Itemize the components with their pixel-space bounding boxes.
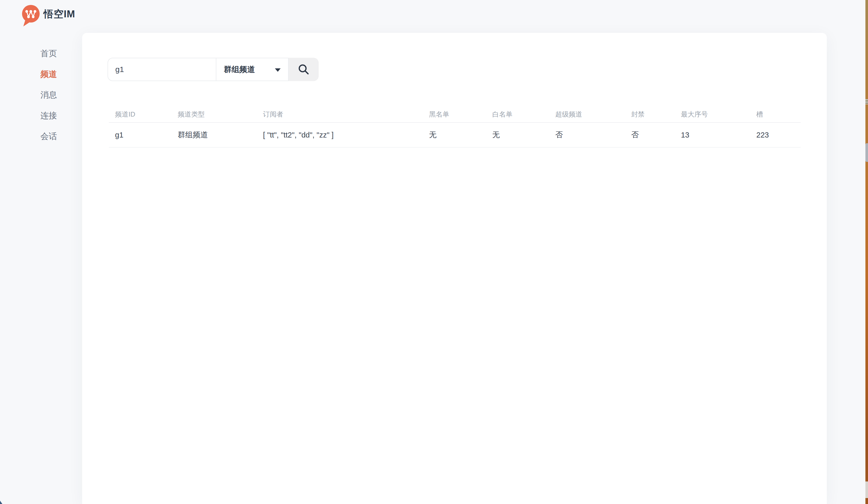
column-header-blacklist: 黑名单 [429, 110, 492, 119]
cell-slot: 223 [756, 131, 800, 139]
column-header-whitelist: 白名单 [492, 110, 555, 119]
cell-channel_type: 群组频道 [178, 130, 263, 140]
column-header-super_channel: 超级频道 [555, 110, 631, 119]
sidebar-nav: 首页频道消息连接会话 [0, 43, 82, 147]
sidebar-item-home[interactable]: 首页 [0, 43, 82, 64]
cell-super_channel: 否 [555, 130, 631, 140]
cell-whitelist: 无 [492, 130, 555, 140]
table-body: g1群组频道[ "tt", "tt2", "dd", "zz" ]无无否否132… [109, 123, 800, 148]
edge-scrollbar-thumb-artifact [865, 143, 868, 162]
cell-subscribers: [ "tt", "tt2", "dd", "zz" ] [263, 131, 429, 139]
sidebar: 首页频道消息连接会话 [0, 0, 82, 504]
column-header-channel_type: 频道类型 [178, 110, 263, 119]
column-header-banned: 封禁 [631, 110, 681, 119]
channels-table: 频道ID频道类型订阅者黑名单白名单超级频道封禁最大序号槽 g1群组频道[ "tt… [109, 106, 800, 148]
chevron-down-icon [275, 69, 281, 72]
search-button[interactable] [289, 58, 319, 81]
sidebar-item-message[interactable]: 消息 [0, 85, 82, 105]
content-panel: 群组频道 频道ID频道类型订阅者黑名单白名单超级频道封禁最大序号槽 g1群组频道… [82, 33, 827, 504]
channel-id-search-input[interactable] [107, 58, 216, 81]
cell-max_seq: 13 [681, 131, 756, 139]
sidebar-item-connection[interactable]: 连接 [0, 105, 82, 126]
edge-fragment-artifact [865, 482, 868, 498]
channel-type-selected-value: 群组频道 [224, 64, 255, 75]
cell-banned: 否 [631, 130, 681, 140]
table-header-row: 频道ID频道类型订阅者黑名单白名单超级频道封禁最大序号槽 [109, 106, 800, 123]
column-header-slot: 槽 [756, 110, 800, 119]
cell-channel_id: g1 [115, 131, 178, 139]
screen-edge-strip [865, 0, 868, 504]
column-header-max_seq: 最大序号 [681, 110, 756, 119]
cell-blacklist: 无 [429, 130, 492, 140]
sidebar-item-channel[interactable]: 频道 [0, 64, 82, 85]
edge-hatch-artifact [865, 99, 868, 104]
search-icon [298, 63, 310, 76]
table-row: g1群组频道[ "tt", "tt2", "dd", "zz" ]无无否否132… [109, 123, 800, 148]
channel-search-bar: 群组频道 [107, 58, 319, 81]
column-header-channel_id: 频道ID [115, 110, 178, 119]
channel-type-select[interactable]: 群组频道 [216, 58, 289, 81]
column-header-subscribers: 订阅者 [263, 110, 429, 119]
app-root: 悟空IM 首页频道消息连接会话 群组频道 频道ID频道类型订阅者黑名单白名单超级… [0, 0, 868, 504]
sidebar-item-conversation[interactable]: 会话 [0, 126, 82, 147]
